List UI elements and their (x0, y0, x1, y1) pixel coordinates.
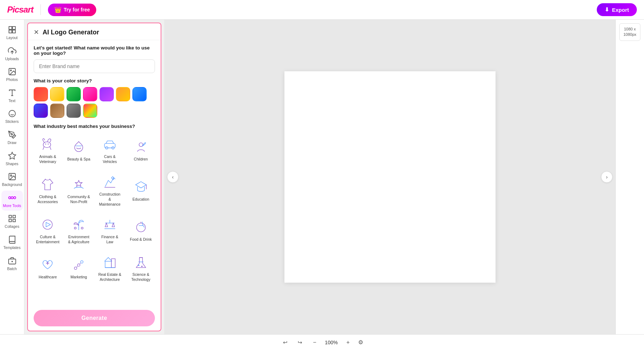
brand-name-input[interactable] (34, 59, 155, 73)
industry-cars[interactable]: Cars & Vehicles (96, 133, 124, 167)
svg-point-55 (141, 266, 143, 267)
sidebar-item-templates[interactable]: Templates (1, 232, 23, 253)
sidebar-text-label: Text (9, 99, 15, 103)
industry-grid: Animals & Veterinary Beauty & Spa (34, 133, 155, 286)
industry-marketing[interactable]: Marketing (65, 250, 93, 285)
zoom-in-button[interactable]: + (343, 338, 352, 347)
industry-children-label: Children (134, 157, 148, 162)
industry-realestate[interactable]: Real Estate & Architecture (96, 250, 124, 285)
industry-culture-label: Culture & Entertainment (35, 235, 60, 244)
svg-point-6 (10, 70, 11, 71)
svg-rect-51 (111, 259, 115, 268)
zoom-out-button[interactable]: − (310, 338, 319, 347)
zoom-level: 100% (325, 340, 338, 345)
color-swatch-gray[interactable] (67, 104, 81, 118)
color-label: What is your color story? (34, 78, 155, 83)
sidebar-layout-label: Layout (6, 35, 18, 40)
industry-education-label: Education (132, 197, 149, 202)
color-swatch-orange[interactable] (116, 87, 130, 101)
sidebar-item-batch[interactable]: Batch (1, 254, 23, 274)
industry-food[interactable]: Food & Drink (127, 213, 155, 248)
svg-point-16 (11, 197, 13, 199)
color-section: What is your color story? (34, 78, 155, 118)
svg-rect-20 (13, 215, 15, 218)
industry-construction[interactable]: Construction & Maintenance (96, 170, 124, 210)
industry-marketing-label: Marketing (70, 275, 87, 280)
sidebar-item-text[interactable]: Text (1, 86, 23, 106)
industry-science[interactable]: Science & Technology (127, 250, 155, 285)
svg-line-48 (77, 266, 78, 268)
sidebar-item-draw[interactable]: Draw (1, 128, 23, 148)
generate-button[interactable]: Generate (34, 310, 155, 326)
picsart-logo: Picsart (7, 5, 33, 15)
settings-button[interactable]: ⚙ (358, 339, 363, 346)
sidebar-shapes-label: Shapes (6, 162, 19, 166)
sidebar-uploads-label: Uploads (5, 57, 19, 61)
industry-beauty[interactable]: Beauty & Spa (65, 133, 93, 167)
sidebar-photos-label: Photos (6, 77, 18, 82)
svg-point-28 (48, 144, 49, 145)
industry-label: What industry best matches your business… (34, 124, 155, 129)
sidebar-item-photos[interactable]: Photos (1, 64, 23, 85)
sidebar-draw-label: Draw (8, 140, 16, 145)
color-swatch-pink[interactable] (83, 87, 97, 101)
canvas-size-label: 1080 x 1080px (623, 27, 636, 38)
industry-clothing[interactable]: Clothing & Accessories (34, 170, 62, 210)
svg-point-18 (9, 197, 11, 199)
industry-clothing-label: Clothing & Accessories (35, 195, 60, 204)
industry-culture[interactable]: Culture & Entertainment (34, 213, 62, 248)
redo-button[interactable]: ↪ (296, 338, 304, 347)
sidebar-stickers-label: Stickers (5, 119, 19, 124)
sidebar-item-layout[interactable]: Layout (1, 23, 23, 43)
svg-point-46 (78, 264, 80, 267)
color-swatch-green[interactable] (67, 87, 81, 101)
export-button[interactable]: ⬇ Export (597, 3, 637, 16)
sidebar-templates-label: Templates (4, 245, 21, 250)
industry-education[interactable]: Education (127, 170, 155, 210)
color-swatch-brown[interactable] (50, 104, 64, 118)
color-swatch-dark-blue[interactable] (34, 104, 48, 118)
nav-prev-button[interactable]: ‹ (167, 171, 179, 183)
industry-children[interactable]: Children (127, 133, 155, 167)
panel-close-button[interactable]: ✕ (34, 28, 39, 36)
svg-rect-3 (13, 30, 15, 33)
svg-marker-13 (9, 152, 16, 159)
svg-point-27 (45, 144, 47, 145)
canvas-size-display[interactable]: 1080 x 1080px (619, 23, 640, 41)
try-for-free-button[interactable]: 👑 Try for free (48, 4, 96, 16)
nav-next-button[interactable]: › (601, 171, 613, 183)
industry-community-label: Community & Non-Profit (67, 195, 91, 204)
color-swatch-purple[interactable] (99, 87, 114, 101)
color-swatch-blue[interactable] (132, 87, 147, 101)
sidebar-item-collages[interactable]: Collages (1, 211, 23, 232)
sidebar-item-uploads[interactable]: Uploads (1, 44, 23, 64)
industry-finance[interactable]: Finance & Law (96, 213, 124, 248)
color-swatch-yellow[interactable] (50, 87, 64, 101)
svg-point-36 (74, 227, 76, 229)
panel-body: Let's get started! What name would you l… (28, 40, 161, 306)
industry-science-label: Science & Technology (128, 272, 153, 282)
svg-point-15 (10, 175, 12, 176)
industry-cars-label: Cars & Vehicles (98, 154, 122, 164)
topbar: Picsart 👑 Try for free ⬇ Export (0, 0, 644, 20)
sidebar-item-stickers[interactable]: Stickers (1, 106, 23, 127)
sidebar-item-background[interactable]: Background (1, 169, 23, 190)
color-swatch-red[interactable] (34, 87, 48, 101)
right-panel: 1080 x 1080px (615, 20, 644, 334)
color-swatch-rainbow[interactable] (83, 104, 97, 118)
industry-community[interactable]: Community & Non-Profit (65, 170, 93, 210)
panel-footer: Generate (28, 306, 161, 331)
industry-food-label: Food & Drink (130, 237, 152, 242)
industry-environment[interactable]: Environment & Agriculture (65, 213, 93, 248)
undo-button[interactable]: ↩ (281, 338, 290, 347)
industry-animals[interactable]: Animals & Veterinary (34, 133, 62, 167)
crown-icon: 👑 (54, 6, 62, 13)
sidebar-batch-label: Batch (7, 267, 17, 271)
svg-point-41 (136, 223, 145, 232)
sidebar-item-more-tools[interactable]: More Tools (1, 191, 23, 211)
industry-healthcare[interactable]: Healthcare (34, 250, 62, 285)
svg-rect-2 (9, 30, 12, 33)
industry-environment-label: Environment & Agriculture (67, 235, 91, 244)
sidebar-item-shapes[interactable]: Shapes (1, 149, 23, 169)
industry-animals-label: Animals & Veterinary (35, 154, 60, 164)
